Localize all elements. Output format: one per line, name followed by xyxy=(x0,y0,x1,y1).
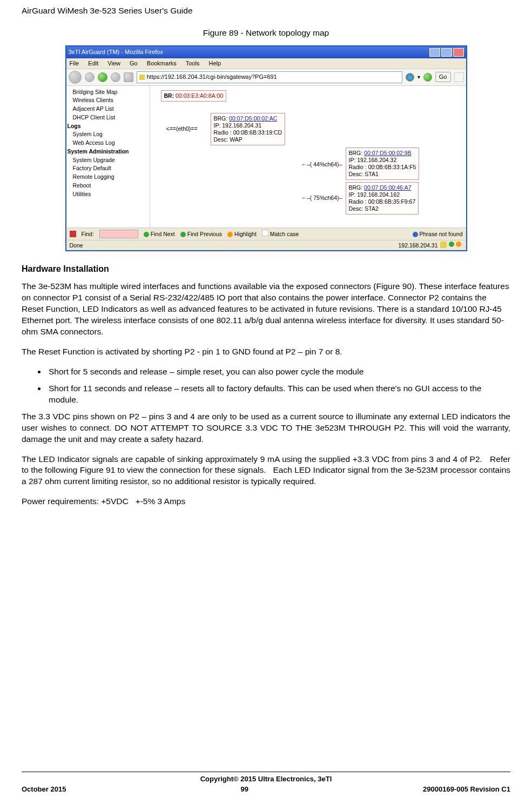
menu-view[interactable]: View xyxy=(107,60,120,66)
status-dot-icon xyxy=(449,242,454,247)
menu-help[interactable]: Help xyxy=(208,60,221,66)
minimize-icon[interactable] xyxy=(429,48,440,57)
paragraph: Power requirements: +5VDC +-5% 3 Amps xyxy=(22,496,510,507)
node-line: IP: 192.168.204.162 xyxy=(349,191,400,198)
menu-go[interactable]: Go xyxy=(130,60,138,66)
sidebar-item[interactable]: Web Access Log xyxy=(68,139,149,148)
find-bar: Find: Find Next Find Previous Highlight … xyxy=(66,227,466,240)
paragraph: The Reset Function is activated by short… xyxy=(22,346,510,358)
section-heading: Hardware Installation xyxy=(22,263,510,275)
screenshot-figure: 3eTI AirGuard (TM) - Mozilla Firefox Fil… xyxy=(65,45,467,251)
maximize-icon[interactable] xyxy=(441,48,452,57)
topology-canvas: BR: 00:03:E3:A0:8A:00 <==(eth0)== BRG: 0… xyxy=(150,86,466,227)
link-75: ←–( 75%ch64)– xyxy=(301,194,342,202)
list-item: Short for 5 seconds and release – simple… xyxy=(46,366,510,378)
node-line: Radio : 00:0B:6B:35:F9:67 xyxy=(349,198,416,205)
node-line: IP: 192.168.204.31 xyxy=(214,122,262,129)
page-footer: Copyright© 2015 Ultra Electronics, 3eTI … xyxy=(22,772,510,794)
sidebar-item[interactable]: Reboot xyxy=(68,182,149,190)
sidebar-item[interactable]: Factory Default xyxy=(68,164,149,173)
node-line: BRG: xyxy=(349,184,365,191)
url-bar[interactable]: https://192.168.204.31/cgi-bin/sgateway?… xyxy=(137,71,402,83)
find-prev-button[interactable]: Find Previous xyxy=(180,230,222,238)
node-line: BRG: xyxy=(349,150,365,156)
node-br: BR: 00:03:E3:A0:8A:00 xyxy=(161,90,227,102)
find-input[interactable] xyxy=(99,230,138,238)
highlight-button[interactable]: Highlight xyxy=(227,230,257,238)
sidebar-item[interactable]: Bridging Site Map xyxy=(68,88,149,97)
node-line: Desc: STA1 xyxy=(349,171,379,177)
back-icon[interactable] xyxy=(69,71,82,84)
status-bar: Done 192.168.204.31 xyxy=(66,240,466,250)
find-status: Phrase not found xyxy=(413,230,463,238)
find-label: Find: xyxy=(82,230,94,238)
window-title: 3eTI AirGuard (TM) - Mozilla Firefox xyxy=(69,48,163,56)
menu-file[interactable]: File xyxy=(70,60,79,66)
bullet-list: Short for 5 seconds and release – simple… xyxy=(22,366,510,406)
link-eth0: <==(eth0)== xyxy=(166,125,198,132)
node-line: IP: 192.168.204.32 xyxy=(349,157,397,163)
sidebar-item[interactable]: Utilities xyxy=(68,190,149,199)
security-icon xyxy=(440,242,447,248)
menu-bar: File Edit View Go Bookmarks Tools Help xyxy=(66,58,466,69)
node-mac: 00:03:E3:A0:8A:00 xyxy=(176,92,223,99)
sidebar-item[interactable]: System Log xyxy=(68,130,149,139)
sidebar-item[interactable]: System Upgrade xyxy=(68,156,149,165)
stop-icon[interactable] xyxy=(111,72,120,82)
node-line: Radio : 00:0B:6B:33:1A:F5 xyxy=(349,164,416,170)
menu-bookmarks[interactable]: Bookmarks xyxy=(147,60,177,66)
home-icon[interactable] xyxy=(124,72,133,82)
url-text: https://192.168.204.31/cgi-bin/sgateway?… xyxy=(147,73,277,81)
menu-edit[interactable]: Edit xyxy=(88,60,98,66)
sidebar: Bridging Site Map Wireless Clients Adjac… xyxy=(66,86,150,227)
figure-caption: Figure 89 - Network topology map xyxy=(22,28,510,39)
paragraph: The LED Indicator signals are capable of… xyxy=(22,454,510,488)
reload-icon[interactable] xyxy=(98,72,107,82)
node-link[interactable]: 00:07:D5:00:46:A7 xyxy=(364,184,412,191)
node-sta2: BRG: 00:07:D5:00:46:A7 IP: 192.168.204.1… xyxy=(346,182,419,215)
node-link[interactable]: 00:07:D5:00:02:AC xyxy=(229,115,277,122)
menu-tools[interactable]: Tools xyxy=(186,60,200,66)
sidebar-item[interactable]: Adjacent AP List xyxy=(68,105,149,113)
paragraph: The 3e-523M has multiple wired interface… xyxy=(22,281,510,338)
lock-icon xyxy=(139,75,145,80)
footer-pagenum: 99 xyxy=(241,785,248,794)
find-next-button[interactable]: Find Next xyxy=(144,230,175,238)
node-link[interactable]: 00:07:D5:00:02:9B xyxy=(364,150,412,156)
footer-docnum: 29000169-005 Revision C1 xyxy=(423,785,510,794)
node-sta1: BRG: 00:07:D5:00:02:9B IP: 192.168.204.3… xyxy=(346,148,420,180)
link-44: ←–( 44%ch64)– xyxy=(301,160,342,168)
node-label: BR: xyxy=(164,92,174,99)
feed-icon[interactable] xyxy=(406,73,414,82)
go-icon[interactable] xyxy=(423,73,432,82)
throbber-icon xyxy=(454,72,464,82)
go-button[interactable]: Go xyxy=(435,72,451,82)
forward-icon[interactable] xyxy=(85,72,95,82)
node-line: Desc: STA2 xyxy=(349,205,379,212)
node-line: Radio : 00:0B:6B:33:19:CD xyxy=(214,129,282,136)
window-titlebar: 3eTI AirGuard (TM) - Mozilla Firefox xyxy=(66,46,466,58)
sidebar-item[interactable]: Remote Logging xyxy=(68,173,149,182)
sidebar-group-sysadmin: System Administration xyxy=(68,148,149,156)
list-item: Short for 11 seconds and release – reset… xyxy=(46,383,510,406)
copyright-text: Copyright© 2015 Ultra Electronics, 3eTI xyxy=(200,775,332,783)
close-icon[interactable] xyxy=(453,48,464,57)
node-line: BRG: xyxy=(214,115,230,122)
matchcase-checkbox[interactable]: Match case xyxy=(262,230,299,238)
nav-toolbar: https://192.168.204.31/cgi-bin/sgateway?… xyxy=(66,69,466,86)
status-ip: 192.168.204.31 xyxy=(399,242,438,249)
footer-date: October 2015 xyxy=(22,785,66,794)
status-dot-icon xyxy=(456,242,461,247)
node-wap: BRG: 00:07:D5:00:02:AC IP: 192.168.204.3… xyxy=(211,113,286,146)
close-findbar-icon[interactable] xyxy=(70,231,76,237)
status-done: Done xyxy=(70,242,83,249)
node-line: Desc: WAP xyxy=(214,136,243,143)
sidebar-item[interactable]: DHCP Client List xyxy=(68,113,149,122)
page-header: AirGuard WiMesh 3e-523 Series User's Gui… xyxy=(22,5,510,17)
paragraph: The 3.3 VDC pins shown on P2 – pins 3 an… xyxy=(22,411,510,445)
sidebar-item[interactable]: Wireless Clients xyxy=(68,96,149,105)
sidebar-group-logs: Logs xyxy=(68,122,149,131)
